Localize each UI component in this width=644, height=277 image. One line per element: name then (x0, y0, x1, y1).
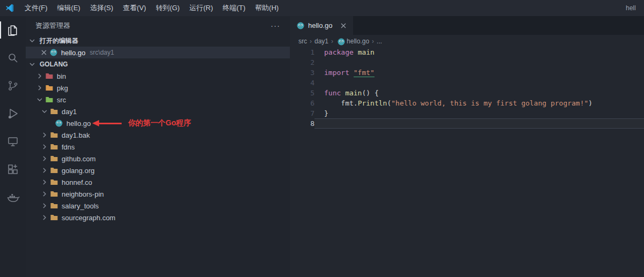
open-editor-item-hello-go[interactable]: hello.go src\day1 (26, 47, 290, 58)
code-line-4[interactable]: 4 (290, 78, 644, 88)
code-text: func main() { (314, 88, 644, 98)
activity-remote-explorer-icon[interactable] (0, 128, 26, 155)
code-line-6[interactable]: 6 fmt.Println("hello world, this is my f… (290, 98, 644, 108)
code-text (314, 57, 644, 68)
activity-search-icon[interactable] (0, 44, 26, 72)
sidebar-title: 资源管理器 (35, 21, 70, 31)
chevron-right-icon[interactable] (35, 72, 44, 80)
sidebar-header: 资源管理器 ··· (26, 16, 290, 35)
breadcrumb-item-src[interactable]: src (298, 38, 307, 45)
tree-item-golang-org[interactable]: golang.org (26, 164, 290, 176)
section-golang-label: GOLANG (40, 61, 68, 68)
chevron-right-icon[interactable] (40, 190, 49, 198)
menu-terminal[interactable]: 终端(T) (218, 0, 250, 16)
folder-icon (50, 178, 58, 186)
chevron-right-icon[interactable] (40, 178, 49, 186)
activity-explorer-icon[interactable] (0, 16, 26, 44)
code-text (314, 78, 644, 88)
tree-item-neighbors-pin[interactable]: neighbors-pin (26, 188, 290, 200)
tree-item-day1-bak[interactable]: day1.bak (26, 129, 290, 141)
chevron-right-icon[interactable] (35, 84, 44, 92)
breadcrumb-item--[interactable]: ... (377, 38, 382, 45)
tree-item-fdns[interactable]: fdns (26, 141, 290, 153)
menu-view[interactable]: 查看(V) (118, 0, 151, 16)
folder-icon (45, 84, 54, 92)
activity-bar (0, 16, 26, 277)
menu-edit[interactable]: 编辑(E) (53, 0, 85, 16)
code-token: } (324, 109, 328, 117)
folder-icon (50, 131, 58, 139)
tree-item-label: github.com (62, 155, 96, 163)
tree-item-honnef-co[interactable]: honnef.co (26, 176, 290, 188)
menu-file[interactable]: 文件(F) (20, 0, 53, 16)
code-line-8[interactable]: 8 (290, 118, 644, 129)
menu-run[interactable]: 运行(R) (184, 0, 218, 16)
code-token: import (324, 69, 354, 77)
menu-selection[interactable]: 选择(S) (85, 0, 118, 16)
line-number: 3 (290, 68, 314, 78)
tree-item-label: hello.go (66, 119, 91, 128)
code-token: main (358, 48, 375, 56)
code-line-1[interactable]: 1package main (290, 47, 644, 57)
tree-item-hello-go[interactable]: hello.go (26, 117, 290, 129)
tree-item-label: fdns (62, 143, 75, 151)
tree-item-day1[interactable]: day1 (26, 106, 290, 117)
tree-item-label: pkg (57, 84, 68, 92)
chevron-right-icon[interactable] (40, 143, 49, 151)
code-token: package (324, 48, 358, 56)
chevron-right-icon[interactable] (40, 166, 49, 175)
go-file-icon (337, 38, 345, 45)
activity-run-and-debug-icon[interactable] (0, 100, 26, 128)
tree-item-sourcegraph-com[interactable]: sourcegraph.com (26, 212, 290, 223)
chevron-down-icon[interactable] (35, 95, 44, 104)
tab-bar: hello.go (290, 16, 644, 35)
tree-item-salary-tools[interactable]: salary_tools (26, 200, 290, 212)
line-number: 1 (290, 47, 314, 57)
tree-item-pkg[interactable]: pkg (26, 82, 290, 94)
chevron-right-icon[interactable] (40, 213, 49, 222)
chevron-right-icon[interactable] (40, 131, 49, 139)
folder-icon (50, 213, 58, 222)
breadcrumb-separator-icon: › (372, 38, 374, 45)
menu-help[interactable]: 帮助(H) (250, 0, 283, 16)
breadcrumb-item-hello-go[interactable]: hello.go (336, 38, 369, 45)
code-token: fmt. (324, 99, 358, 107)
chevron-right-icon[interactable] (40, 154, 49, 163)
breadcrumb-separator-icon: › (310, 38, 312, 45)
code-text: } (314, 108, 644, 118)
tree-item-bin[interactable]: bin (26, 70, 290, 82)
code-line-2[interactable]: 2 (290, 57, 644, 68)
tree-item-src[interactable]: src (26, 94, 290, 106)
chevron-down-icon[interactable] (40, 107, 49, 116)
code-line-3[interactable]: 3import "fmt" (290, 68, 644, 78)
tab-hello-go[interactable]: hello.go (290, 16, 353, 35)
tree-item-label: salary_tools (62, 202, 99, 210)
section-open-editors[interactable]: 打开的编辑器 (26, 35, 290, 47)
breadcrumb-item-day1[interactable]: day1 (314, 38, 328, 45)
activity-extensions-icon[interactable] (0, 155, 26, 183)
activity-source-control-icon[interactable] (0, 72, 26, 100)
breadcrumb: src›day1›hello.go›... (290, 35, 644, 47)
activity-docker-icon[interactable] (0, 183, 26, 211)
code-token: Println (358, 99, 387, 107)
tab-close-icon[interactable] (339, 21, 348, 30)
more-actions-icon[interactable]: ··· (268, 21, 282, 30)
file-tree: binpkgsrcday1hello.goday1.bakfdnsgithub.… (26, 70, 290, 223)
chevron-down-icon (28, 60, 36, 69)
folder-icon (50, 107, 58, 116)
window-title: hell (626, 0, 644, 16)
line-number: 4 (290, 78, 314, 88)
code-line-5[interactable]: 5func main() { (290, 88, 644, 98)
code-token: main (345, 89, 362, 97)
code-line-7[interactable]: 7} (290, 108, 644, 118)
go-file-icon (55, 119, 63, 128)
tree-item-github-com[interactable]: github.com (26, 153, 290, 164)
folder-icon (50, 201, 58, 210)
section-golang[interactable]: GOLANG (26, 58, 290, 70)
editor-group: hello.go src›day1›hello.go›... 1package … (290, 16, 644, 277)
sidebar-explorer: 资源管理器 ··· 打开的编辑器 hello.go src\day1 GOLAN… (26, 16, 290, 277)
menu-goto[interactable]: 转到(G) (151, 0, 185, 16)
chevron-right-icon[interactable] (40, 201, 49, 210)
go-file-icon (296, 21, 305, 30)
close-icon[interactable] (40, 48, 48, 57)
